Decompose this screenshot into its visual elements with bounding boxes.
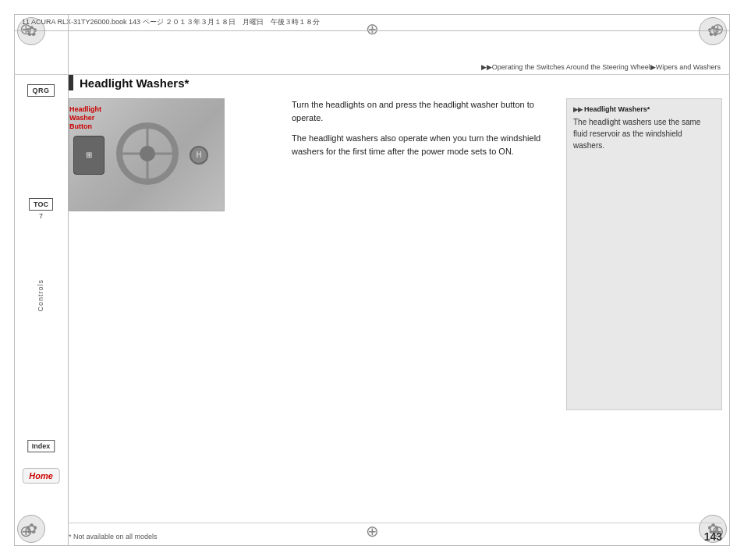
file-info-bar: 11 ACURA RLX-31TY26000.book 143 ページ ２０１３… — [14, 14, 730, 31]
home-button[interactable]: Home — [22, 468, 60, 484]
toc-number: 7 — [39, 212, 43, 220]
car-image-container: Headlight Washer Button ⊞ H — [69, 98, 225, 211]
honda-logo: H — [190, 146, 208, 165]
spoke-horizontal — [122, 153, 172, 155]
note-heading-text: Headlight Washers* — [584, 105, 650, 113]
content-columns: Headlight Washer Button ⊞ H — [69, 98, 722, 410]
controls-label-container: Controls — [14, 279, 67, 312]
left-column: Headlight Washer Button ⊞ H — [69, 98, 279, 410]
washer-button-visual: ⊞ — [73, 136, 105, 175]
footnote-text: * Not available on all models — [69, 533, 158, 541]
main-content: Headlight Washers* Headlight Washer Butt… — [69, 75, 722, 523]
washer-button-icon: ⊞ — [86, 151, 92, 159]
note-heading: Headlight Washers* — [573, 105, 715, 113]
section-title: Headlight Washers* — [80, 76, 189, 90]
left-sidebar: QRG TOC 7 Controls Index Home — [14, 14, 69, 546]
page-number: 143 — [704, 530, 722, 543]
breadcrumb-text: ▶▶Operating the Switches Around the Stee… — [481, 63, 721, 71]
heading-bar-decoration — [69, 75, 73, 90]
car-image: Headlight Washer Button ⊞ H — [69, 99, 224, 211]
toc-section: TOC 7 — [29, 198, 53, 220]
steering-wheel-visual — [116, 122, 179, 185]
right-column-note: Headlight Washers* The headlight washers… — [566, 98, 722, 410]
index-label[interactable]: Index — [27, 440, 55, 452]
paragraph-2: The headlight washers also operate when … — [292, 132, 546, 158]
label-line2: Washer — [69, 114, 94, 122]
breadcrumb-bar: ▶▶Operating the Switches Around the Stee… — [14, 59, 730, 75]
paragraph-1: Turn the headlights on and press the hea… — [292, 98, 546, 124]
label-line3: Button — [69, 122, 92, 130]
toc-label[interactable]: TOC — [29, 198, 53, 211]
note-text: The headlight washers use the same fluid… — [573, 116, 715, 151]
spoke-vertical — [147, 129, 149, 179]
qrg-label[interactable]: QRG — [27, 84, 54, 97]
section-heading: Headlight Washers* — [69, 75, 722, 90]
main-text: Turn the headlights on and press the hea… — [292, 98, 546, 158]
middle-column: Turn the headlights on and press the hea… — [292, 98, 554, 410]
controls-label: Controls — [37, 279, 44, 312]
label-line1: Headlight — [69, 105, 101, 113]
headlight-washer-label: Headlight Washer Button — [69, 105, 101, 130]
footer: * Not available on all models 143 — [69, 523, 722, 546]
